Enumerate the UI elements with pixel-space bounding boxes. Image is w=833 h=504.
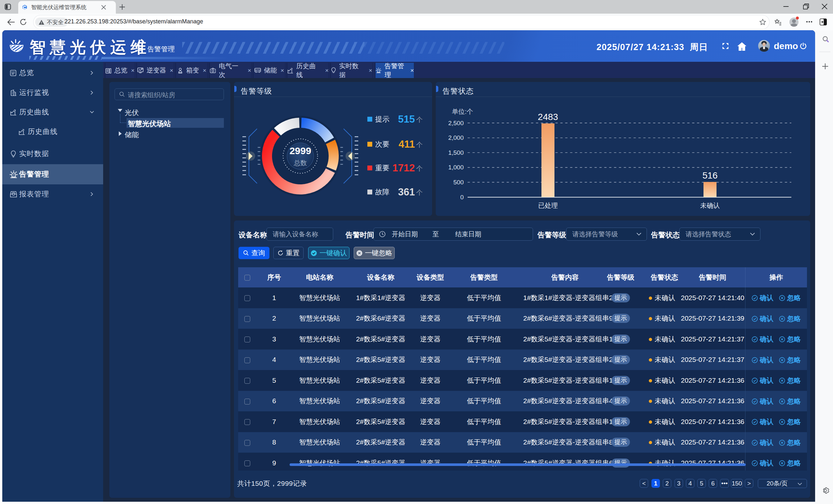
svg-text:故障: 故障 (375, 188, 389, 196)
svg-text:次要: 次要 (375, 140, 389, 148)
svg-text:1,000: 1,000 (448, 164, 464, 171)
svg-text:2,000: 2,000 (448, 134, 464, 141)
svg-text:0: 0 (460, 194, 464, 201)
svg-text:2483: 2483 (538, 112, 558, 122)
svg-text:个: 个 (416, 141, 423, 148)
svg-text:2,500: 2,500 (448, 120, 464, 126)
svg-text:单位:个: 单位:个 (452, 108, 473, 115)
svg-text:500: 500 (453, 179, 464, 186)
svg-text:516: 516 (703, 170, 718, 180)
svg-text:未确认: 未确认 (700, 202, 720, 209)
svg-text:已处理: 已处理 (538, 202, 558, 209)
svg-text:1712: 1712 (392, 162, 415, 174)
svg-text:411: 411 (399, 138, 415, 150)
svg-text:总数: 总数 (293, 159, 307, 167)
svg-text:361: 361 (398, 186, 415, 198)
svg-text:重要: 重要 (375, 164, 389, 172)
svg-text:515: 515 (398, 114, 415, 125)
svg-text:个: 个 (416, 189, 423, 196)
svg-text:1,500: 1,500 (448, 149, 464, 156)
svg-text:提示: 提示 (375, 115, 389, 123)
svg-text:2999: 2999 (290, 145, 311, 156)
svg-text:个: 个 (416, 116, 423, 123)
svg-text:个: 个 (416, 165, 423, 172)
